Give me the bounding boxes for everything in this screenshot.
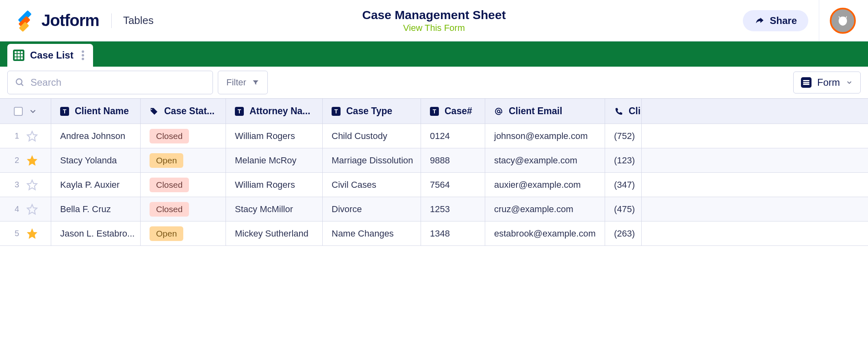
row-number: 4 <box>13 204 21 214</box>
logo-block[interactable]: Jotform <box>16 11 99 30</box>
table-row[interactable]: 4 Bella F. Cruz Closed Stacy McMillor Di… <box>0 197 868 221</box>
star-toggle[interactable] <box>26 179 38 191</box>
star-toggle[interactable] <box>26 155 38 166</box>
cell-case-status[interactable]: Open <box>141 221 226 245</box>
search-input[interactable] <box>30 77 205 88</box>
col-client-email[interactable]: Client Email <box>485 99 605 124</box>
cell-client-email[interactable]: stacy@example.com <box>485 148 605 172</box>
col-label: Client Email <box>509 106 562 117</box>
star-toggle[interactable] <box>26 228 38 239</box>
svg-marker-7 <box>27 229 37 238</box>
cell-case-status[interactable]: Closed <box>141 124 226 148</box>
row-index-cell: 1 <box>0 124 51 148</box>
text-icon: T <box>430 107 439 116</box>
section-label[interactable]: Tables <box>123 14 154 27</box>
tab-case-list[interactable]: Case List <box>7 44 93 67</box>
share-button[interactable]: Share <box>743 10 808 31</box>
tool-row: Filter Form <box>0 67 868 98</box>
chevron-down-icon[interactable] <box>28 107 37 116</box>
row-index-cell: 5 <box>0 221 51 245</box>
logo-text: Jotform <box>41 11 99 30</box>
filter-icon <box>252 79 259 86</box>
at-icon <box>494 107 503 116</box>
cell-case-number[interactable]: 1348 <box>421 221 485 245</box>
cell-case-number[interactable]: 1253 <box>421 197 485 221</box>
col-case-status[interactable]: Case Stat... <box>141 99 226 124</box>
cell-case-number[interactable]: 9888 <box>421 148 485 172</box>
view-form-link[interactable]: View This Form <box>403 23 465 33</box>
divider <box>111 13 112 28</box>
filter-label: Filter <box>226 77 246 88</box>
col-case-type[interactable]: T Case Type <box>323 99 421 124</box>
cell-case-type[interactable]: Divorce <box>323 197 421 221</box>
svg-marker-4 <box>27 156 37 165</box>
filter-button[interactable]: Filter <box>218 71 268 94</box>
cell-client-name[interactable]: Kayla P. Auxier <box>51 173 141 197</box>
table-row[interactable]: 2 Stacy Yolanda Open Melanie McRoy Marri… <box>0 148 868 173</box>
tab-menu-button[interactable] <box>82 50 85 60</box>
cell-case-status[interactable]: Closed <box>141 173 226 197</box>
search-box[interactable] <box>7 71 213 94</box>
table-row[interactable]: 1 Andrea Johnson Closed William Rogers C… <box>0 124 868 148</box>
share-label: Share <box>770 15 797 26</box>
grid-icon <box>13 50 24 61</box>
cell-client-name[interactable]: Stacy Yolanda <box>51 148 141 172</box>
status-badge: Closed <box>150 202 189 217</box>
col-label: Case Stat... <box>164 106 215 117</box>
row-number: 5 <box>13 229 21 238</box>
cell-case-status[interactable]: Closed <box>141 197 226 221</box>
cell-client-name[interactable]: Andrea Johnson <box>51 124 141 148</box>
svg-marker-6 <box>27 204 37 214</box>
cell-attorney-name[interactable]: Melanie McRoy <box>226 148 323 172</box>
col-label: Case Type <box>346 106 392 117</box>
cell-client-email[interactable]: estabrook@example.com <box>485 221 605 245</box>
avatar[interactable] <box>830 8 856 34</box>
cell-client-email[interactable]: auxier@example.com <box>485 173 605 197</box>
col-attorney-name[interactable]: T Attorney Na... <box>226 99 323 124</box>
phone-icon <box>614 107 623 116</box>
col-client-name[interactable]: T Client Name <box>51 99 141 124</box>
tab-label: Case List <box>30 50 74 61</box>
form-label: Form <box>817 77 840 88</box>
cell-client-phone[interactable]: (263) <box>605 221 642 245</box>
form-icon <box>801 77 812 88</box>
tab-bar: Case List <box>0 41 868 67</box>
table-row[interactable]: 5 Jason L. Estabro... Open Mickey Suther… <box>0 221 868 246</box>
app-header: Jotform Tables Case Management Sheet Vie… <box>0 0 868 41</box>
cell-client-email[interactable]: cruz@example.com <box>485 197 605 221</box>
cell-client-name[interactable]: Jason L. Estabro... <box>51 221 141 245</box>
cell-client-phone[interactable]: (123) <box>605 148 642 172</box>
star-toggle[interactable] <box>26 204 38 215</box>
col-client-phone[interactable]: Cli <box>605 99 642 124</box>
cell-client-email[interactable]: johnson@example.com <box>485 124 605 148</box>
star-toggle[interactable] <box>26 130 38 142</box>
cell-case-type[interactable]: Marriage Dissolution <box>323 148 421 172</box>
status-badge: Closed <box>150 178 189 192</box>
cell-case-type[interactable]: Child Custody <box>323 124 421 148</box>
cell-attorney-name[interactable]: William Rogers <box>226 124 323 148</box>
chevron-down-icon <box>846 79 853 86</box>
cell-case-number[interactable]: 0124 <box>421 124 485 148</box>
form-view-button[interactable]: Form <box>793 72 861 93</box>
cell-attorney-name[interactable]: Mickey Sutherland <box>226 221 323 245</box>
col-case-number[interactable]: T Case# <box>421 99 485 124</box>
cell-attorney-name[interactable]: Stacy McMillor <box>226 197 323 221</box>
svg-point-0 <box>16 79 22 85</box>
cell-attorney-name[interactable]: William Rogers <box>226 173 323 197</box>
cell-client-phone[interactable]: (752) <box>605 124 642 148</box>
cell-case-number[interactable]: 7564 <box>421 173 485 197</box>
cell-client-phone[interactable]: (475) <box>605 197 642 221</box>
cell-case-status[interactable]: Open <box>141 148 226 172</box>
select-all-checkbox[interactable] <box>14 107 23 116</box>
page-title: Case Management Sheet <box>362 8 506 22</box>
cell-client-phone[interactable]: (347) <box>605 173 642 197</box>
cell-case-type[interactable]: Civil Cases <box>323 173 421 197</box>
table-row[interactable]: 3 Kayla P. Auxier Closed William Rogers … <box>0 173 868 197</box>
cell-client-name[interactable]: Bella F. Cruz <box>51 197 141 221</box>
row-number: 3 <box>13 180 21 189</box>
svg-marker-3 <box>27 131 37 141</box>
row-index-cell: 4 <box>0 197 51 221</box>
svg-marker-5 <box>27 180 37 189</box>
cell-case-type[interactable]: Name Changes <box>323 221 421 245</box>
col-label: Case# <box>445 106 472 117</box>
